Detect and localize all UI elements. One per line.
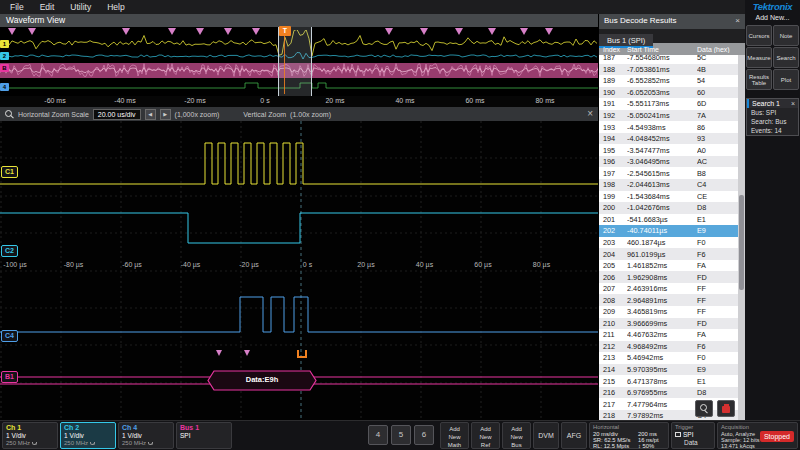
sidebar-button-measure[interactable]: Measure <box>746 47 772 68</box>
trigger-indicator[interactable]: T <box>279 26 291 36</box>
table-row[interactable]: 2166.976955msD8 <box>599 387 738 399</box>
channel-chip-bandwidth: 250 MHz <box>122 440 170 447</box>
channel-chip-ch-2[interactable]: Ch 21 V/div250 MHz <box>60 422 116 449</box>
zoom-axis-label: 20 µs <box>357 261 374 268</box>
table-row[interactable]: 201-541.6683µsE1 <box>599 214 738 226</box>
acquisition-status-badge[interactable]: Stopped <box>760 431 794 442</box>
table-row[interactable]: 2145.970395msE9 <box>599 364 738 376</box>
sidebar-button-search[interactable]: Search <box>773 47 799 68</box>
results-tab-row: Bus 1 (SPI) <box>599 29 745 43</box>
results-panel-header: Bus Decode Results × <box>599 14 745 29</box>
afg-button[interactable]: AFG <box>561 422 587 449</box>
channel-badge-c4[interactable]: C4 <box>1 330 18 342</box>
sidebar-button-note[interactable]: Note <box>773 25 799 46</box>
table-row[interactable]: 2135.46942msF0 <box>599 352 738 364</box>
table-row[interactable]: 2072.463916msFF <box>599 283 738 295</box>
channel-chip-ch-4[interactable]: Ch 41 V/div250 MHz <box>118 422 174 449</box>
add-new-menu[interactable]: Add New... <box>745 14 800 21</box>
results-scrollbar[interactable] <box>738 55 745 420</box>
sidebar-button-cursors[interactable]: Cursors <box>746 25 772 46</box>
channel-badge-c1[interactable]: C1 <box>1 166 18 178</box>
horizontal-zoom-scale-value[interactable]: 20.00 us/div <box>93 109 141 120</box>
table-row[interactable]: 197-2.545615msB8 <box>599 167 738 179</box>
add-new-bus-button[interactable]: AddNewBus <box>502 422 531 449</box>
sidebar-button-plot[interactable]: Plot <box>773 69 799 90</box>
zoom-scale-decrease-button[interactable]: ◀ <box>145 109 156 120</box>
add-new-math-button[interactable]: AddNewMath <box>440 422 469 449</box>
menu-item-help[interactable]: Help <box>99 2 132 12</box>
channel-badge-b1[interactable]: B1 <box>1 371 18 383</box>
cell-index: 218 <box>599 411 627 420</box>
cell-start-time: -40.74011µs <box>627 226 697 235</box>
table-row[interactable]: 195-3.547477msA0 <box>599 144 738 156</box>
zoom-axis-label: 80 µs <box>533 261 550 268</box>
table-row[interactable]: 196-3.046495msAC <box>599 156 738 168</box>
table-row[interactable]: 191-5.551173ms6D <box>599 98 738 110</box>
overview-tag-c2[interactable]: 2 <box>0 52 9 60</box>
add-new-ref-button[interactable]: AddNewRef <box>471 422 500 449</box>
zoom-to-event-button[interactable] <box>695 400 713 417</box>
table-row[interactable]: 2051.461852msFA <box>599 260 738 272</box>
overview-tag-b1[interactable]: B <box>0 64 9 72</box>
table-row[interactable]: 202-40.74011µsE9 <box>599 225 738 237</box>
table-row[interactable]: 2082.964891msFF <box>599 294 738 306</box>
zoom-scale-increase-button[interactable]: ▶ <box>160 109 171 120</box>
table-row[interactable]: 203460.1874µsF0 <box>599 237 738 249</box>
zoom-axis-label: -100 µs <box>3 261 27 268</box>
table-row[interactable]: 190-6.052053ms60 <box>599 87 738 99</box>
delete-button[interactable] <box>717 400 735 417</box>
results-close-icon[interactable]: × <box>735 16 740 27</box>
cell-start-time: 5.970395ms <box>627 365 697 374</box>
menu-item-utility[interactable]: Utility <box>62 2 99 12</box>
table-row[interactable]: 198-2.044613msC4 <box>599 179 738 191</box>
zoom-axis-label: 40 µs <box>416 261 433 268</box>
table-row[interactable]: 193-4.54938ms86 <box>599 121 738 133</box>
trigger-panel[interactable]: Trigger SPI Data <box>671 422 715 449</box>
menu-item-file[interactable]: File <box>2 2 32 12</box>
scrollbar-thumb[interactable] <box>739 195 744 290</box>
horizontal-panel[interactable]: Horizontal 20 ms/div200 msSR: 62.5 MS/s1… <box>589 422 669 449</box>
add-channel-4-button[interactable]: 4 <box>368 425 388 445</box>
add-button-line: Math <box>441 441 468 449</box>
cell-start-time: 7.477964ms <box>627 400 697 409</box>
add-channel-6-button[interactable]: 6 <box>414 425 434 445</box>
dvm-button[interactable]: DVM <box>533 422 559 449</box>
overview-tag-c4[interactable]: 4 <box>0 83 9 91</box>
table-row[interactable]: 2114.467632msFA <box>599 329 738 341</box>
acquisition-panel[interactable]: Acquisition Auto, AnalyzeSample: 12 bits… <box>717 422 798 449</box>
table-row[interactable]: 2103.966699msFD <box>599 318 738 330</box>
zoom-close-button[interactable]: × <box>587 109 593 119</box>
table-row[interactable]: 200-1.042676msD8 <box>599 202 738 214</box>
overview-tag-c1[interactable]: 1 <box>0 40 9 48</box>
cell-start-time: -2.044613ms <box>627 180 697 189</box>
table-row[interactable]: 189-6.552852ms54 <box>599 75 738 87</box>
add-button-line: Add <box>503 425 530 433</box>
cell-index: 201 <box>599 215 627 224</box>
cell-data: FF <box>697 284 738 293</box>
table-row[interactable]: 199-1.543684msCE <box>599 191 738 203</box>
search-result-badge[interactable]: Search 1 × Bus: SPISearch: BusEvents: 14 <box>746 98 799 136</box>
table-row[interactable]: 2156.471378msE1 <box>599 375 738 387</box>
waveform-view-titlebar: Waveform View <box>0 14 598 27</box>
bottom-bar: DVM AFG Horizontal 20 ms/div200 msSR: 62… <box>0 420 800 450</box>
channel-badge-c2[interactable]: C2 <box>1 245 18 257</box>
table-row[interactable]: 192-5.050241ms7A <box>599 110 738 122</box>
sidebar-button-results-table[interactable]: Results Table <box>746 69 772 90</box>
channel-chip-scale: SPI <box>180 432 228 440</box>
table-row[interactable]: 204961.0199µsF6 <box>599 248 738 260</box>
menu-item-edit[interactable]: Edit <box>32 2 63 12</box>
table-row[interactable]: 194-4.048452ms93 <box>599 133 738 145</box>
table-row[interactable]: 2124.968492msF6 <box>599 341 738 353</box>
search-panel-header: Search 1 × <box>747 99 798 108</box>
table-row[interactable]: 2093.465819msFF <box>599 306 738 318</box>
overview-axis-label: -40 ms <box>114 97 135 104</box>
table-row[interactable]: 188-7.053861ms4B <box>599 64 738 76</box>
channel-chip-bus-1[interactable]: Bus 1SPI <box>176 422 232 449</box>
add-channel-5-button[interactable]: 5 <box>391 425 411 445</box>
table-row[interactable]: 187-7.554680ms5C <box>599 55 738 64</box>
cell-data: 6D <box>697 99 738 108</box>
table-row[interactable]: 2061.962908msFD <box>599 271 738 283</box>
channel-chip-ch-1[interactable]: Ch 11 V/div250 MHz <box>2 422 58 449</box>
search-close-icon[interactable]: × <box>791 100 795 107</box>
results-column-header: Index Start Time Data (hex) <box>599 43 745 55</box>
